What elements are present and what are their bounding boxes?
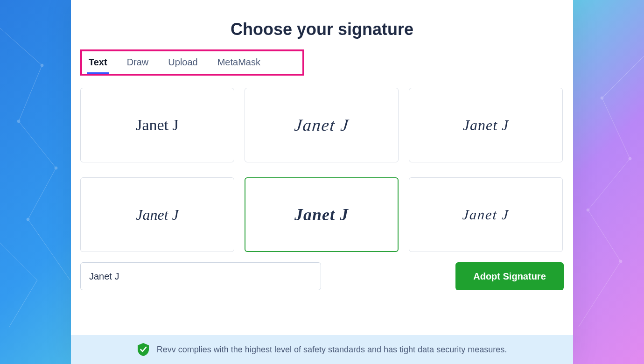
tab-text[interactable]: Text [87, 54, 109, 74]
security-footer-text: Revv complies with the highest level of … [157, 345, 507, 355]
signature-option-1[interactable]: Janet J [80, 88, 234, 162]
signature-option-5[interactable]: Janet J [245, 177, 399, 252]
svg-point-5 [629, 157, 631, 160]
shield-check-icon [137, 343, 149, 357]
svg-point-7 [619, 260, 622, 263]
tab-metamask[interactable]: MetaMask [216, 54, 262, 72]
signature-preview: Janet J [463, 117, 509, 134]
svg-point-3 [27, 218, 29, 221]
signature-modal: Choose your signature Text Draw Upload M… [71, 0, 573, 364]
svg-point-4 [601, 97, 603, 99]
signature-grid: Janet J Janet J Janet J Janet J Janet J … [80, 88, 564, 252]
svg-point-6 [587, 209, 589, 211]
signature-preview: Janet J [136, 116, 179, 134]
signature-preview: Janet J [294, 205, 349, 224]
bottom-row: Adopt Signature [80, 262, 564, 290]
signature-option-2[interactable]: Janet J [245, 88, 399, 162]
signature-preview: Janet J [293, 115, 350, 135]
tab-upload[interactable]: Upload [166, 54, 199, 72]
signature-preview: Janet J [136, 206, 179, 224]
signature-option-4[interactable]: Janet J [80, 177, 234, 252]
signature-preview: Janet J [462, 207, 510, 223]
adopt-signature-button[interactable]: Adopt Signature [455, 262, 564, 290]
svg-point-1 [17, 120, 20, 123]
tabs-highlight-box: Text Draw Upload MetaMask [80, 49, 304, 76]
signature-name-input[interactable] [80, 262, 321, 290]
tab-draw[interactable]: Draw [125, 54, 151, 72]
svg-point-2 [55, 167, 57, 169]
modal-title: Choose your signature [80, 20, 564, 39]
security-footer: Revv complies with the highest level of … [71, 335, 573, 364]
tabs: Text Draw Upload MetaMask [87, 54, 298, 74]
svg-point-0 [41, 64, 43, 67]
signature-option-3[interactable]: Janet J [409, 88, 563, 162]
signature-option-6[interactable]: Janet J [409, 177, 563, 252]
